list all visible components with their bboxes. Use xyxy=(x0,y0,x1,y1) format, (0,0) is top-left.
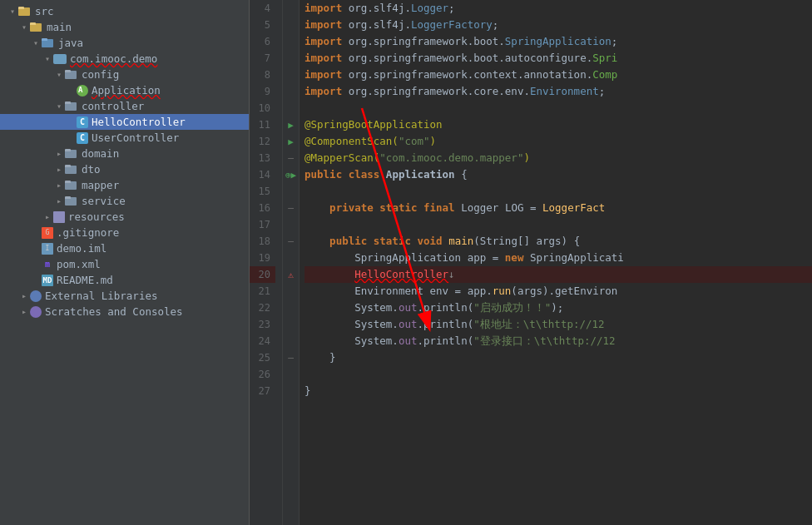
tree-item-src[interactable]: src xyxy=(0,3,249,19)
gutter-17 xyxy=(283,216,299,233)
gutter-19 xyxy=(283,250,299,266)
line-num-16: 16 xyxy=(250,200,275,216)
tree-item-user-controller[interactable]: C UserController xyxy=(0,130,249,146)
gutter-18[interactable]: ─ xyxy=(283,233,299,250)
tree-label: .gitignore xyxy=(57,226,249,239)
tree-item-external-libraries[interactable]: External Libraries xyxy=(0,288,249,304)
line-num-25: 25 xyxy=(250,349,275,366)
tree-label: dto xyxy=(82,163,249,176)
arrow-icon xyxy=(53,165,65,174)
gutter-25[interactable]: ─ xyxy=(283,349,299,366)
ext-libs-icon xyxy=(30,290,42,302)
gutter-14[interactable]: ⊕▶ xyxy=(283,166,299,183)
code-lines: import org.slf4j.Logger; import org.slf4… xyxy=(300,0,812,525)
line-num-11: 11 xyxy=(250,116,275,133)
tree-item-gitignore[interactable]: G .gitignore xyxy=(0,225,249,240)
tree-label: demo.iml xyxy=(57,242,249,255)
code-line-16: private static final Logger LOG = Logger… xyxy=(304,200,812,216)
gutter-21 xyxy=(283,283,299,300)
line-num-13: 13 xyxy=(250,150,275,166)
class-icon: C xyxy=(77,132,88,144)
tree-label: README.md xyxy=(57,274,249,286)
folder-icon xyxy=(65,196,78,206)
gutter-5 xyxy=(283,17,299,33)
code-line-11: @SpringBootApplication xyxy=(304,116,812,133)
line-num-24: 24 xyxy=(250,333,275,349)
arrow-icon xyxy=(30,38,42,47)
code-line-25: } xyxy=(304,349,812,366)
iml-icon: I xyxy=(42,243,53,255)
code-line-22: System.out.println("启动成功！！"); xyxy=(304,300,812,316)
line-num-27: 27 xyxy=(250,383,275,399)
tree-item-package[interactable]: com.imooc.demo xyxy=(0,51,249,67)
code-line-13: @MapperScan("com.imooc.demo.mapper") xyxy=(304,150,812,166)
line-num-6: 6 xyxy=(250,33,275,50)
arrow-icon xyxy=(53,149,65,158)
tree-item-resources[interactable]: resources xyxy=(0,209,249,225)
folder-icon xyxy=(42,38,55,48)
tree-item-demo-iml[interactable]: I demo.iml xyxy=(0,240,249,256)
tree-label: com.imooc.demo xyxy=(70,52,249,65)
arrow-icon xyxy=(7,7,18,16)
code-line-9: import org.springframework.core.env.Envi… xyxy=(304,83,812,100)
tree-label: mapper xyxy=(82,179,249,191)
gutter-15 xyxy=(283,183,299,200)
gutter-11[interactable]: ▶ xyxy=(283,116,299,133)
gutter-27 xyxy=(283,383,299,399)
code-line-4: import org.slf4j.Logger; xyxy=(304,0,812,17)
line-num-14: 14 xyxy=(250,166,275,183)
line-num-21: 21 xyxy=(250,283,275,300)
tree-item-mapper[interactable]: mapper xyxy=(0,177,249,193)
tree-item-java[interactable]: java xyxy=(0,35,249,51)
arrow-icon xyxy=(42,212,53,221)
line-num-20: 20 xyxy=(250,266,275,283)
tree-item-main[interactable]: main xyxy=(0,19,249,35)
line-num-7: 7 xyxy=(250,50,275,67)
line-num-10: 10 xyxy=(250,100,275,116)
folder-icon xyxy=(65,102,78,111)
tree-item-scratches[interactable]: Scratches and Consoles xyxy=(0,304,249,319)
line-num-19: 19 xyxy=(250,250,275,266)
code-line-12: @ComponentScan("com") xyxy=(304,133,812,150)
line-num-26: 26 xyxy=(250,366,275,383)
code-line-20: HelloController↓ xyxy=(304,266,812,283)
gutter-23 xyxy=(283,316,299,333)
tree-item-service[interactable]: service xyxy=(0,193,249,209)
code-line-21: Environment env = app.run(args).getEnvir… xyxy=(304,283,812,300)
tree-item-pom[interactable]: m pom.xml xyxy=(0,256,249,272)
tree-item-application[interactable]: Application xyxy=(0,82,249,98)
file-tree[interactable]: src main java com.imooc.demo config Appl… xyxy=(0,0,250,525)
folder-icon xyxy=(65,149,78,159)
gutter-13[interactable]: ─ xyxy=(283,150,299,166)
code-editor: 4 5 6 7 8 9 10 11 12 13 14 15 16 17 18 1… xyxy=(250,0,812,525)
folder-icon xyxy=(18,7,32,17)
tree-item-dto[interactable]: dto xyxy=(0,161,249,177)
arrow-icon xyxy=(53,181,65,190)
gutter-12[interactable]: ▶ xyxy=(283,133,299,150)
line-num-23: 23 xyxy=(250,316,275,333)
tree-item-readme[interactable]: MD README.md xyxy=(0,272,249,288)
code-line-27: } xyxy=(304,383,812,399)
code-line-26 xyxy=(304,366,812,383)
arrow-icon xyxy=(18,291,30,300)
arrow-icon xyxy=(53,70,65,79)
class-icon: C xyxy=(77,116,88,128)
line-num-18: 18 xyxy=(250,233,275,250)
gutter-16[interactable]: ─ xyxy=(283,200,299,216)
tree-label: domain xyxy=(82,147,249,160)
line-num-17: 17 xyxy=(250,216,275,233)
resources-icon xyxy=(53,211,65,223)
arrow-icon xyxy=(53,102,65,111)
gutter-9 xyxy=(283,83,299,100)
folder-icon xyxy=(65,181,78,191)
line-num-4: 4 xyxy=(250,0,275,17)
tree-item-domain[interactable]: domain xyxy=(0,146,249,161)
code-area: 4 5 6 7 8 9 10 11 12 13 14 15 16 17 18 1… xyxy=(250,0,812,525)
tree-item-hello-controller[interactable]: C HelloController xyxy=(0,114,249,130)
code-line-6: import org.springframework.boot.SpringAp… xyxy=(304,33,812,50)
code-line-8: import org.springframework.context.annot… xyxy=(304,67,812,83)
tree-item-controller[interactable]: controller xyxy=(0,98,249,114)
line-num-12: 12 xyxy=(250,133,275,150)
spring-icon xyxy=(77,85,88,97)
tree-item-config[interactable]: config xyxy=(0,67,249,82)
